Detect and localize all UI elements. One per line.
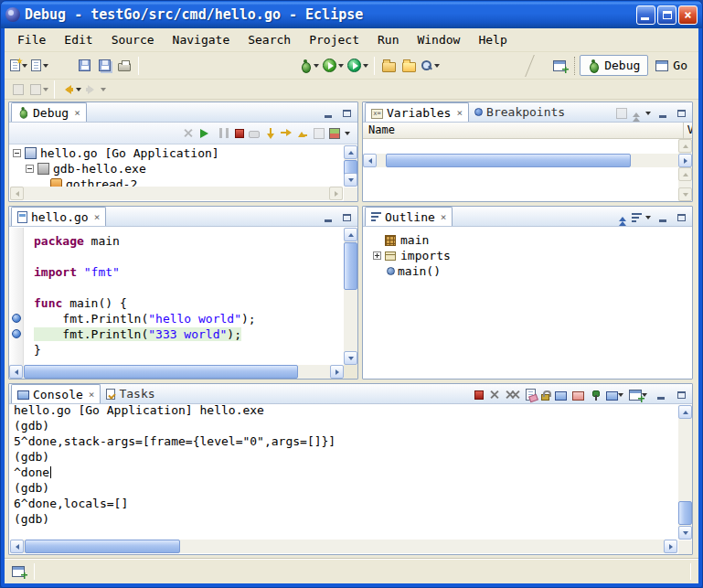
last-edit-location-button[interactable] xyxy=(8,80,28,99)
fast-view-icon[interactable] xyxy=(12,566,25,577)
minimize-button[interactable] xyxy=(636,5,655,25)
menu-edit[interactable]: Edit xyxy=(55,29,101,50)
clear-console-button[interactable] xyxy=(526,389,536,401)
debug-perspective-button[interactable]: Debug xyxy=(580,55,648,76)
menu-navigate[interactable]: Navigate xyxy=(164,29,240,50)
console-output[interactable]: hello.go [Go Application] hello.exe (gdb… xyxy=(10,405,677,540)
code-line[interactable] xyxy=(34,280,344,295)
variables-tree-area[interactable] xyxy=(363,139,692,154)
variables-minimize-button[interactable] xyxy=(655,106,670,120)
go-into-button[interactable] xyxy=(28,80,50,99)
editor-vertical-scrollbar[interactable] xyxy=(344,228,357,365)
detail-vertical-scrollbar[interactable] xyxy=(678,167,692,201)
collapse-all-button[interactable] xyxy=(631,108,642,119)
display-selected-console-button[interactable] xyxy=(606,390,623,401)
step-over-button[interactable] xyxy=(281,128,293,139)
code-line[interactable]: import "fmt" xyxy=(34,264,344,280)
menu-file[interactable]: File xyxy=(8,29,55,50)
debug-scroll-down-button[interactable] xyxy=(344,173,357,187)
menu-run[interactable]: Run xyxy=(368,29,408,50)
debug-maximize-button[interactable] xyxy=(339,106,355,120)
debug-vertical-scrollbar[interactable] xyxy=(344,145,357,187)
terminate-button[interactable] xyxy=(235,129,244,138)
menu-project[interactable]: Project xyxy=(300,29,368,50)
step-return-button[interactable] xyxy=(297,128,309,139)
step-into-button[interactable] xyxy=(264,128,276,139)
external-tools-button[interactable] xyxy=(346,55,370,77)
forward-menu-arrow[interactable] xyxy=(101,88,106,94)
menu-window[interactable]: Window xyxy=(408,29,469,50)
console-vscrollbar-thumb[interactable] xyxy=(678,501,692,525)
outline-tab-close-icon[interactable]: × xyxy=(441,212,447,222)
open-perspective-button[interactable] xyxy=(549,55,570,77)
code-line[interactable]: fmt.Println("333 world"); xyxy=(34,326,344,342)
menu-search[interactable]: Search xyxy=(239,29,300,50)
open-resource-button[interactable] xyxy=(378,55,399,77)
code-line[interactable]: fmt.Println("hello world"); xyxy=(34,311,344,326)
console-maximize-button[interactable] xyxy=(674,388,689,401)
variables-vertical-scrollbar[interactable] xyxy=(678,139,692,154)
go-perspective-button[interactable]: Go xyxy=(648,56,695,75)
go-into-menu-arrow[interactable] xyxy=(43,88,48,94)
debug-launch-menu-arrow[interactable] xyxy=(314,64,319,70)
variables-maximize-button[interactable] xyxy=(674,106,689,120)
code-line[interactable]: func main() { xyxy=(34,295,344,311)
resume-button[interactable] xyxy=(200,129,213,138)
disconnect-button[interactable] xyxy=(249,131,260,138)
tree-row[interactable]: hello.go [Go Application] xyxy=(10,145,343,161)
variables-scroll-left-button[interactable] xyxy=(363,154,377,167)
new-go-menu-arrow[interactable] xyxy=(43,64,48,70)
show-on-stdout-button[interactable] xyxy=(555,391,567,401)
remove-launch-button[interactable] xyxy=(489,390,499,400)
debug-scroll-left-button[interactable] xyxy=(10,187,24,200)
tree-row[interactable]: imports xyxy=(373,248,691,263)
detail-scroll-down-button[interactable] xyxy=(678,187,692,201)
suspend-button[interactable] xyxy=(219,128,229,138)
variables-scrollbar-thumb[interactable] xyxy=(386,154,631,167)
pin-console-button[interactable] xyxy=(590,390,601,401)
editor-tab-close-icon[interactable]: × xyxy=(94,212,101,222)
use-step-filters-button[interactable] xyxy=(329,128,340,139)
show-on-stderr-button[interactable] xyxy=(572,391,584,401)
value-column-header[interactable]: V xyxy=(683,123,692,138)
debug-tab-close-icon[interactable]: × xyxy=(74,108,80,118)
console-tab-close-icon[interactable]: × xyxy=(89,390,95,400)
back-menu-arrow[interactable] xyxy=(76,88,81,94)
console-hscrollbar-thumb[interactable] xyxy=(25,540,180,553)
detail-scroll-up-button[interactable] xyxy=(678,167,692,181)
show-type-names-button[interactable] xyxy=(616,108,627,119)
forward-button[interactable] xyxy=(83,80,108,99)
editor-scroll-left-button[interactable] xyxy=(9,365,23,379)
editor-scroll-right-button[interactable] xyxy=(330,365,344,379)
tree-expander-icon[interactable] xyxy=(13,149,21,157)
debug-view-menu-arrow[interactable] xyxy=(345,132,350,138)
outline-minimize-button[interactable] xyxy=(655,210,670,224)
search-menu-arrow[interactable] xyxy=(434,64,440,70)
scroll-lock-button[interactable] xyxy=(541,394,549,401)
variables-scroll-right-button[interactable] xyxy=(678,154,692,167)
editor-horizontal-scrollbar[interactable] xyxy=(9,365,344,379)
tab-console[interactable]: Console × xyxy=(11,384,101,403)
name-column-header[interactable]: Name xyxy=(368,123,395,136)
console-horizontal-scrollbar[interactable] xyxy=(10,540,677,553)
outline-view-menu-arrow[interactable] xyxy=(645,216,651,222)
variables-column-header[interactable]: Name V xyxy=(363,123,692,139)
print-button[interactable] xyxy=(114,55,134,77)
instruction-pointer-icon[interactable] xyxy=(12,329,21,338)
outline-sort-button[interactable] xyxy=(632,212,642,223)
code-line[interactable]: package main xyxy=(34,233,344,249)
tree-row[interactable]: gothread-2 xyxy=(10,176,343,187)
tab-tasks[interactable]: Tasks xyxy=(101,384,160,403)
open-console-button[interactable] xyxy=(629,390,647,401)
variables-horizontal-scrollbar[interactable] xyxy=(363,154,692,167)
tab-debug[interactable]: Debug × xyxy=(11,102,87,122)
tree-expander-icon[interactable] xyxy=(373,251,381,260)
tree-row[interactable]: main xyxy=(373,232,691,248)
debug-scroll-up-button[interactable] xyxy=(344,145,357,159)
console-scroll-left-button[interactable] xyxy=(10,540,24,553)
editor-scroll-up-button[interactable] xyxy=(344,228,357,241)
open-project-button[interactable] xyxy=(399,55,419,77)
outline-collapse-all-button[interactable] xyxy=(617,212,628,223)
editor-code[interactable]: package main import "fmt" func main() { … xyxy=(25,228,344,365)
tree-expander-icon[interactable] xyxy=(26,165,34,173)
